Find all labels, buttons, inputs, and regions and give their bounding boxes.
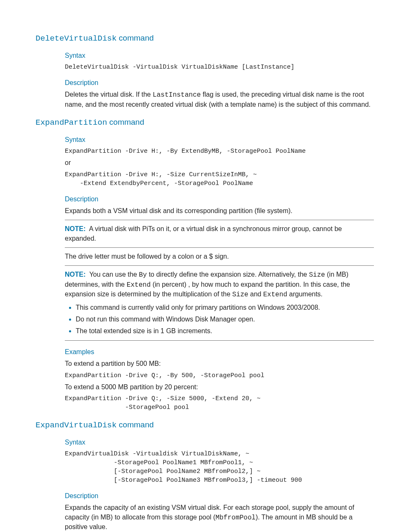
section-heading: DeleteVirtualDisk command — [36, 33, 374, 44]
paragraph: or — [65, 158, 374, 167]
paragraph: Expands the capacity of an existing VSM … — [65, 503, 374, 532]
document-body: DeleteVirtualDisk commandSyntaxDeleteVir… — [36, 33, 374, 532]
subsection-heading: Syntax — [65, 135, 374, 144]
list-item: The total extended size is in 1 GB incre… — [76, 326, 374, 336]
command-name: DeleteVirtualDisk — [36, 34, 117, 43]
code-block: DeleteVirtualDisk -VirtualDisk VirtualDi… — [65, 63, 374, 72]
bullet-list: This command is currently valid only for… — [65, 303, 374, 336]
paragraph: To extend a partition by 500 MB: — [65, 359, 374, 368]
section-heading: ExpandVirtualDisk command — [36, 419, 374, 431]
heading-suffix: command — [117, 33, 154, 42]
paragraph: NOTE: A virtual disk with PiTs on it, or… — [65, 224, 374, 243]
subsection-heading: Syntax — [65, 438, 374, 447]
code-block: ExpandPartition -Drive Q:, -By 500, -Sto… — [65, 371, 374, 380]
divider — [65, 340, 374, 341]
paragraph: To extend a 5000 MB partition by 20 perc… — [65, 383, 374, 392]
code-block: ExpandPartition -Drive H:, -Size Current… — [65, 170, 374, 188]
code-block: ExpandPartition -Drive Q:, -Size 5000, -… — [65, 394, 374, 412]
list-item: This command is currently valid only for… — [76, 303, 374, 312]
section-heading: ExpandPartition command — [36, 117, 374, 129]
code-block: ExpandVirtualDisk -Virtualdisk VirtualDi… — [65, 450, 374, 485]
paragraph: NOTE: You can use the By to directly def… — [65, 270, 374, 299]
subsection-heading: Examples — [65, 347, 374, 357]
heading-suffix: command — [107, 118, 144, 126]
command-name: ExpandVirtualDisk — [36, 421, 117, 430]
subsection-heading: Description — [65, 78, 374, 87]
divider — [65, 247, 374, 248]
section-body: SyntaxDeleteVirtualDisk -VirtualDisk Vir… — [65, 51, 374, 110]
paragraph: Expands both a VSM virtual disk and its … — [65, 206, 374, 216]
list-item: Do not run this command with Windows Dis… — [76, 315, 374, 324]
section-body: SyntaxExpandVirtualDisk -Virtualdisk Vir… — [65, 438, 374, 532]
subsection-heading: Description — [65, 195, 374, 204]
code-block: ExpandPartition -Drive H:, -By ExtendByM… — [65, 147, 374, 156]
divider — [65, 265, 374, 266]
command-name: ExpandPartition — [36, 118, 107, 127]
section-body: SyntaxExpandPartition -Drive H:, -By Ext… — [65, 135, 374, 412]
paragraph: Deletes the virtual disk. If the LastIns… — [65, 90, 374, 109]
heading-suffix: command — [117, 420, 154, 429]
subsection-heading: Description — [65, 491, 374, 501]
divider — [65, 220, 374, 220]
subsection-heading: Syntax — [65, 51, 374, 60]
paragraph: The drive letter must be followed by a c… — [65, 252, 374, 261]
